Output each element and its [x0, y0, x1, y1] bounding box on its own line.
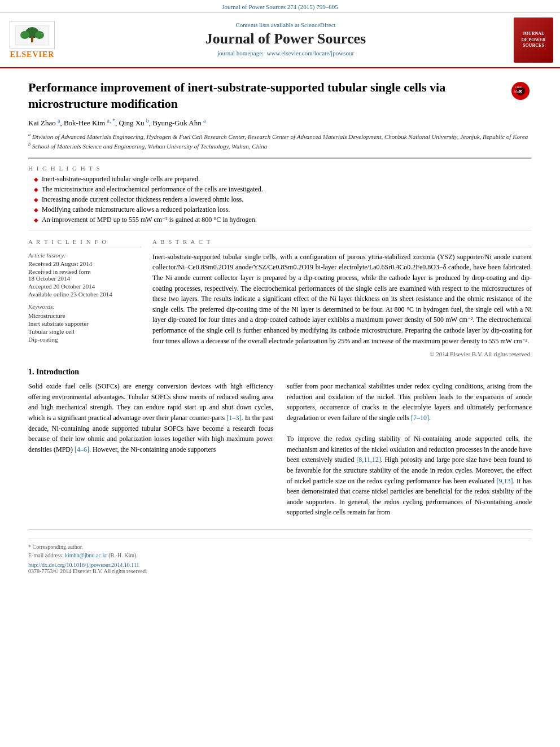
copyright-notice: © 2014 Elsevier B.V. All rights reserved…	[152, 351, 532, 357]
svg-rect-2	[31, 37, 33, 42]
svg-text:Cross: Cross	[515, 85, 523, 89]
email-line: E-mail address: kimbh@jbnu.ac.kr (B.-H. …	[28, 552, 532, 558]
highlights-list: ◆Inert-substrate-supported tubular singl…	[28, 175, 532, 224]
divider-mid	[28, 230, 532, 230]
available-date: Available online 23 October 2014	[28, 291, 141, 298]
intro-left-col: Solid oxide fuel cells (SOFCs) are energ…	[28, 381, 273, 518]
ref-1-3[interactable]: [1–3]	[226, 414, 241, 422]
elsevier-brand-label: ELSEVIER	[10, 50, 55, 59]
ref-9-13[interactable]: [9,13]	[497, 477, 513, 485]
affiliation-a: a Division of Advanced Materials Enginee…	[28, 132, 532, 141]
science-direct-link[interactable]: ScienceDirect	[301, 21, 336, 28]
article-info-column: A R T I C L E I N F O Article history: R…	[28, 238, 141, 357]
article-title: Performance improvement of inert-substra…	[28, 80, 504, 112]
svg-text:Mark: Mark	[514, 90, 521, 93]
highlights-section: H I G H L I G H T S ◆Inert-substrate-sup…	[28, 165, 532, 224]
highlight-item-5: ◆An improvement of MPD up to 555 mW cm⁻²…	[34, 216, 532, 224]
highlights-header: H I G H L I G H T S	[28, 165, 532, 172]
introduction-text-columns: Solid oxide fuel cells (SOFCs) are energ…	[28, 381, 532, 518]
main-content: Performance improvement of inert-substra…	[0, 68, 560, 586]
affiliations: a Division of Advanced Materials Enginee…	[28, 132, 532, 151]
footer-divider	[28, 539, 532, 539]
authors-line: Kai Zhao a, Bok-Hee Kim a, *, Qing Xu b,…	[28, 117, 532, 128]
highlight-item-2: ◆The microstructure and electrochemical …	[34, 185, 532, 194]
journal-logo-right: JOURNALOF POWERSOURCES	[514, 18, 553, 63]
intro-right-col: suffer from poor mechanical stabilities …	[287, 381, 532, 518]
ref-7-10[interactable]: [7–10]	[411, 414, 429, 422]
affiliation-b: b School of Materials Science and Engine…	[28, 141, 532, 151]
highlight-item-4: ◆Modifying cathode microstructure allows…	[34, 206, 532, 214]
issn-line: 0378-7753/© 2014 Elsevier B.V. All right…	[28, 568, 532, 574]
article-info-header: A R T I C L E I N F O	[28, 238, 141, 247]
introduction-section: 1. Introduction Solid oxide fuel cells (…	[28, 368, 532, 518]
abstract-text: Inert-substrate-supported tubular single…	[152, 252, 532, 346]
article-footer: * Corresponding author. E-mail address: …	[28, 529, 532, 574]
crossmark-icon: ✕ Cross Mark	[510, 81, 531, 101]
keywords-label: Keywords:	[28, 303, 141, 310]
bullet-5: ◆	[34, 217, 38, 224]
journal-title: Journal of Power Sources	[63, 30, 508, 47]
divider-top	[28, 158, 532, 159]
elsevier-logo-image	[10, 21, 55, 49]
journal-center-info: Contents lists available at ScienceDirec…	[63, 21, 508, 59]
doi-line: http://dx.doi.org/10.1016/j.jpowsour.201…	[28, 562, 532, 568]
top-bar: Journal of Power Sources 274 (2015) 799–…	[0, 0, 560, 13]
svg-point-4	[35, 31, 44, 39]
homepage-url[interactable]: www.elsevier.com/locate/jpowsour	[267, 50, 354, 56]
abstract-header: A B S T R A C T	[152, 238, 532, 247]
bullet-2: ◆	[34, 186, 38, 194]
highlight-item-1: ◆Inert-substrate-supported tubular singl…	[34, 175, 532, 184]
keyword-2: Inert substrate supporter	[28, 320, 141, 327]
homepage-line: journal homepage: www.elsevier.com/locat…	[63, 50, 508, 56]
received-date: Received 28 August 2014	[28, 260, 141, 267]
bullet-1: ◆	[34, 176, 38, 184]
history-label: Article history:	[28, 252, 141, 259]
ref-4-6[interactable]: [4–6]	[75, 445, 89, 453]
article-title-section: Performance improvement of inert-substra…	[28, 80, 532, 112]
jps-logo-text: JOURNALOF POWERSOURCES	[521, 31, 545, 49]
ref-8-11-12[interactable]: [8,11,12]	[356, 456, 381, 464]
keyword-1: Microstructure	[28, 312, 141, 319]
email-link[interactable]: kimbh@jbnu.ac.kr	[65, 552, 107, 558]
abstract-column: A B S T R A C T Inert-substrate-supporte…	[152, 238, 532, 357]
introduction-title: 1. Introduction	[28, 368, 532, 377]
bullet-3: ◆	[34, 196, 38, 204]
keyword-4: Dip-coating	[28, 336, 141, 343]
keyword-3: Tubular single cell	[28, 328, 141, 335]
bullet-4: ◆	[34, 207, 38, 214]
keywords-block: Keywords: Microstructure Inert substrate…	[28, 303, 141, 343]
elsevier-tree-icon	[12, 23, 52, 48]
elsevier-logo-section: ELSEVIER	[7, 21, 58, 59]
history-block: Article history: Received 28 August 2014…	[28, 252, 141, 298]
corresponding-note: * Corresponding author.	[28, 544, 532, 550]
highlight-item-3: ◆Increasing anode current collector thic…	[34, 195, 532, 204]
accepted-date: Accepted 20 October 2014	[28, 283, 141, 290]
journal-citation: Journal of Power Sources 274 (2015) 799–…	[222, 3, 338, 10]
doi-link[interactable]: http://dx.doi.org/10.1016/j.jpowsour.201…	[28, 562, 139, 568]
received-revised-date: Received in revised form18 October 2014	[28, 268, 141, 282]
page: Journal of Power Sources 274 (2015) 799–…	[0, 0, 560, 747]
svg-point-3	[20, 31, 29, 39]
info-abstract-columns: A R T I C L E I N F O Article history: R…	[28, 238, 532, 357]
contents-available-line: Contents lists available at ScienceDirec…	[63, 21, 508, 28]
crossmark-badge: ✕ Cross Mark	[509, 80, 532, 102]
journal-header: ELSEVIER Contents lists available at Sci…	[0, 13, 560, 68]
